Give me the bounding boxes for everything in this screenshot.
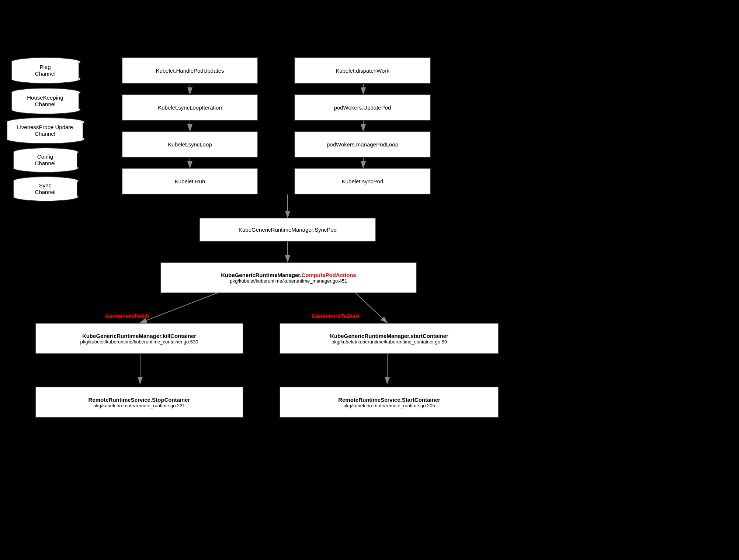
pleg-channel: PlegChannel (11, 57, 79, 84)
housekeeping-channel: HouseKeepingChannel (11, 88, 79, 114)
sync-pod-node: Kubelet.syncPod (294, 168, 431, 194)
diagram-container: PlegChannel HouseKeepingChannel Liveness… (0, 0, 739, 560)
update-pod-node: podWokers.UpdatePod (294, 94, 431, 121)
containers-to-start-label: ContainersToStart (312, 313, 360, 319)
handle-pod-updates-node: Kubelet.HandlePodUpdates (122, 57, 258, 84)
stop-container-node: RemoteRuntimeService.StopContainer pkg/k… (35, 387, 243, 418)
dispatch-work-node: Kubelet.dispatchWork (294, 57, 431, 84)
sync-loop-iteration-node: Kubelet.syncLoopIteration (122, 94, 258, 121)
start-container-remote-node: RemoteRuntimeService.StartContainer pkg/… (280, 387, 499, 418)
manage-pod-loop-node: podWokers.managePodLoop (294, 131, 431, 158)
containers-to-kill-label: ContainersToKill (105, 313, 149, 319)
sync-loop-node: Kubelet.syncLoop (122, 131, 258, 158)
svg-line-9 (140, 291, 221, 323)
compute-pod-actions-node: KubeGenericRuntimeManager.ComputePodActi… (160, 262, 417, 293)
kube-generic-sync-pod-node: KubeGenericRuntimeManager.SyncPod (199, 218, 376, 242)
start-container-node: KubeGenericRuntimeManager.startContainer… (280, 323, 499, 354)
livenessprobe-channel: LivenessProbe UpdateChannel (7, 117, 83, 144)
config-channel: ConfigChannel (13, 148, 77, 173)
kill-container-node: KubeGenericRuntimeManager.killContainer … (35, 323, 243, 354)
sync-channel: SyncChannel (13, 176, 77, 201)
kubelet-run-node: Kubelet.Run (122, 168, 258, 194)
